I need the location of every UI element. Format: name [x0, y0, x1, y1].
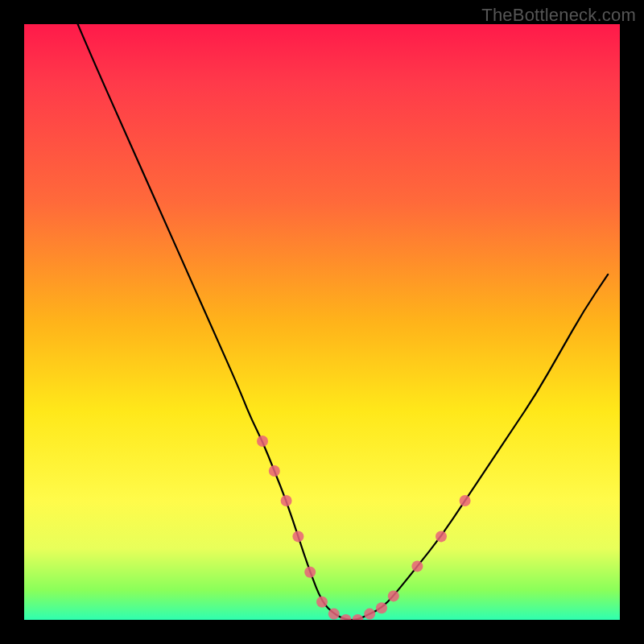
- plot-area: [24, 24, 620, 620]
- chart-stage: TheBottleneck.com: [0, 0, 644, 644]
- curve-marker: [376, 602, 387, 613]
- curve-marker: [304, 567, 316, 578]
- curve-marker: [436, 530, 447, 542]
- bottleneck-curve-line: [78, 24, 609, 620]
- curve-marker: [269, 465, 280, 477]
- curve-marker: [316, 597, 328, 608]
- curve-marker: [257, 436, 268, 447]
- curve-marker: [341, 614, 352, 620]
- curve-marker: [292, 530, 303, 542]
- curve-marker: [364, 609, 375, 620]
- curve-marker: [328, 609, 340, 620]
- curve-marker: [352, 614, 363, 620]
- curve-markers: [257, 436, 471, 620]
- curve-marker: [388, 590, 399, 601]
- watermark-text: TheBottleneck.com: [481, 5, 636, 26]
- curve-marker: [411, 560, 423, 572]
- bottleneck-curve-svg: [24, 24, 620, 620]
- curve-marker: [281, 495, 292, 506]
- curve-marker: [460, 495, 471, 506]
